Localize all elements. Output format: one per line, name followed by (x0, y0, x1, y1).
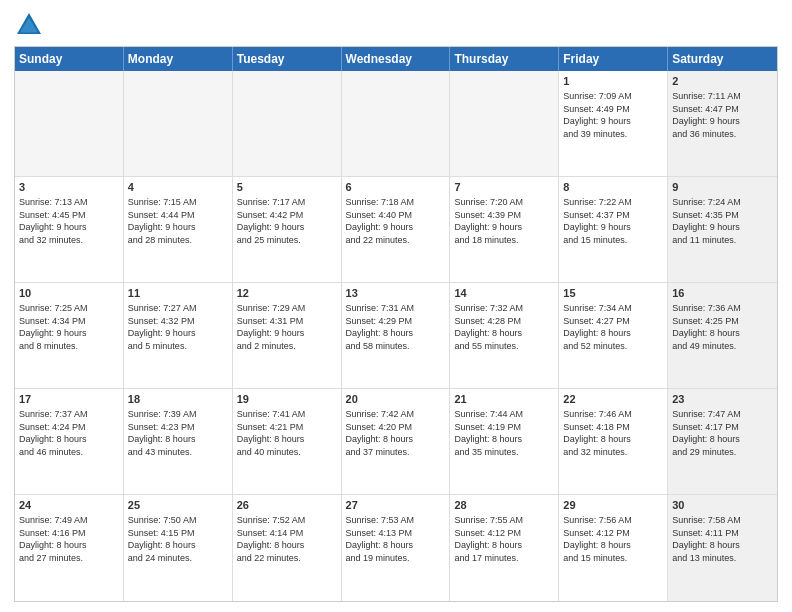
day-info: Sunrise: 7:20 AM Sunset: 4:39 PM Dayligh… (454, 197, 523, 245)
calendar-cell: 29Sunrise: 7:56 AM Sunset: 4:12 PM Dayli… (559, 495, 668, 601)
day-number: 15 (563, 286, 663, 301)
calendar-cell: 2Sunrise: 7:11 AM Sunset: 4:47 PM Daylig… (668, 71, 777, 176)
calendar-row-2: 10Sunrise: 7:25 AM Sunset: 4:34 PM Dayli… (15, 283, 777, 389)
calendar-cell (233, 71, 342, 176)
calendar-header: SundayMondayTuesdayWednesdayThursdayFrid… (15, 47, 777, 71)
day-info: Sunrise: 7:13 AM Sunset: 4:45 PM Dayligh… (19, 197, 88, 245)
calendar-cell (450, 71, 559, 176)
calendar-cell (124, 71, 233, 176)
day-info: Sunrise: 7:29 AM Sunset: 4:31 PM Dayligh… (237, 303, 306, 351)
day-number: 8 (563, 180, 663, 195)
logo (14, 10, 46, 40)
day-info: Sunrise: 7:52 AM Sunset: 4:14 PM Dayligh… (237, 515, 306, 563)
calendar-cell: 23Sunrise: 7:47 AM Sunset: 4:17 PM Dayli… (668, 389, 777, 494)
day-info: Sunrise: 7:25 AM Sunset: 4:34 PM Dayligh… (19, 303, 88, 351)
day-number: 20 (346, 392, 446, 407)
calendar-cell: 22Sunrise: 7:46 AM Sunset: 4:18 PM Dayli… (559, 389, 668, 494)
day-info: Sunrise: 7:53 AM Sunset: 4:13 PM Dayligh… (346, 515, 415, 563)
calendar-cell: 9Sunrise: 7:24 AM Sunset: 4:35 PM Daylig… (668, 177, 777, 282)
day-number: 19 (237, 392, 337, 407)
calendar-cell: 27Sunrise: 7:53 AM Sunset: 4:13 PM Dayli… (342, 495, 451, 601)
header (14, 10, 778, 40)
header-day-wednesday: Wednesday (342, 47, 451, 71)
day-info: Sunrise: 7:22 AM Sunset: 4:37 PM Dayligh… (563, 197, 632, 245)
day-info: Sunrise: 7:42 AM Sunset: 4:20 PM Dayligh… (346, 409, 415, 457)
day-number: 23 (672, 392, 773, 407)
calendar-cell: 6Sunrise: 7:18 AM Sunset: 4:40 PM Daylig… (342, 177, 451, 282)
day-number: 1 (563, 74, 663, 89)
day-number: 9 (672, 180, 773, 195)
day-info: Sunrise: 7:32 AM Sunset: 4:28 PM Dayligh… (454, 303, 523, 351)
page: SundayMondayTuesdayWednesdayThursdayFrid… (0, 0, 792, 612)
day-number: 10 (19, 286, 119, 301)
calendar-cell: 15Sunrise: 7:34 AM Sunset: 4:27 PM Dayli… (559, 283, 668, 388)
calendar-row-1: 3Sunrise: 7:13 AM Sunset: 4:45 PM Daylig… (15, 177, 777, 283)
header-day-thursday: Thursday (450, 47, 559, 71)
day-info: Sunrise: 7:34 AM Sunset: 4:27 PM Dayligh… (563, 303, 632, 351)
day-info: Sunrise: 7:24 AM Sunset: 4:35 PM Dayligh… (672, 197, 741, 245)
day-number: 6 (346, 180, 446, 195)
day-number: 5 (237, 180, 337, 195)
day-info: Sunrise: 7:27 AM Sunset: 4:32 PM Dayligh… (128, 303, 197, 351)
calendar: SundayMondayTuesdayWednesdayThursdayFrid… (14, 46, 778, 602)
calendar-cell: 30Sunrise: 7:58 AM Sunset: 4:11 PM Dayli… (668, 495, 777, 601)
calendar-cell: 8Sunrise: 7:22 AM Sunset: 4:37 PM Daylig… (559, 177, 668, 282)
day-info: Sunrise: 7:47 AM Sunset: 4:17 PM Dayligh… (672, 409, 741, 457)
calendar-cell: 26Sunrise: 7:52 AM Sunset: 4:14 PM Dayli… (233, 495, 342, 601)
day-info: Sunrise: 7:18 AM Sunset: 4:40 PM Dayligh… (346, 197, 415, 245)
header-day-saturday: Saturday (668, 47, 777, 71)
calendar-cell: 16Sunrise: 7:36 AM Sunset: 4:25 PM Dayli… (668, 283, 777, 388)
day-number: 17 (19, 392, 119, 407)
calendar-cell: 1Sunrise: 7:09 AM Sunset: 4:49 PM Daylig… (559, 71, 668, 176)
calendar-cell: 7Sunrise: 7:20 AM Sunset: 4:39 PM Daylig… (450, 177, 559, 282)
calendar-cell: 11Sunrise: 7:27 AM Sunset: 4:32 PM Dayli… (124, 283, 233, 388)
day-info: Sunrise: 7:11 AM Sunset: 4:47 PM Dayligh… (672, 91, 741, 139)
day-number: 28 (454, 498, 554, 513)
calendar-cell: 20Sunrise: 7:42 AM Sunset: 4:20 PM Dayli… (342, 389, 451, 494)
calendar-cell: 10Sunrise: 7:25 AM Sunset: 4:34 PM Dayli… (15, 283, 124, 388)
day-number: 4 (128, 180, 228, 195)
header-day-friday: Friday (559, 47, 668, 71)
day-number: 13 (346, 286, 446, 301)
day-number: 27 (346, 498, 446, 513)
calendar-cell: 5Sunrise: 7:17 AM Sunset: 4:42 PM Daylig… (233, 177, 342, 282)
calendar-row-0: 1Sunrise: 7:09 AM Sunset: 4:49 PM Daylig… (15, 71, 777, 177)
day-info: Sunrise: 7:46 AM Sunset: 4:18 PM Dayligh… (563, 409, 632, 457)
calendar-cell: 14Sunrise: 7:32 AM Sunset: 4:28 PM Dayli… (450, 283, 559, 388)
day-number: 18 (128, 392, 228, 407)
day-info: Sunrise: 7:36 AM Sunset: 4:25 PM Dayligh… (672, 303, 741, 351)
header-day-monday: Monday (124, 47, 233, 71)
day-number: 7 (454, 180, 554, 195)
day-number: 29 (563, 498, 663, 513)
calendar-cell (342, 71, 451, 176)
day-number: 12 (237, 286, 337, 301)
day-info: Sunrise: 7:56 AM Sunset: 4:12 PM Dayligh… (563, 515, 632, 563)
day-number: 16 (672, 286, 773, 301)
calendar-body: 1Sunrise: 7:09 AM Sunset: 4:49 PM Daylig… (15, 71, 777, 601)
day-info: Sunrise: 7:44 AM Sunset: 4:19 PM Dayligh… (454, 409, 523, 457)
day-number: 21 (454, 392, 554, 407)
day-number: 24 (19, 498, 119, 513)
header-day-sunday: Sunday (15, 47, 124, 71)
logo-icon (14, 10, 44, 40)
day-number: 30 (672, 498, 773, 513)
day-number: 26 (237, 498, 337, 513)
day-info: Sunrise: 7:49 AM Sunset: 4:16 PM Dayligh… (19, 515, 88, 563)
calendar-cell: 12Sunrise: 7:29 AM Sunset: 4:31 PM Dayli… (233, 283, 342, 388)
day-info: Sunrise: 7:15 AM Sunset: 4:44 PM Dayligh… (128, 197, 197, 245)
calendar-cell: 19Sunrise: 7:41 AM Sunset: 4:21 PM Dayli… (233, 389, 342, 494)
day-info: Sunrise: 7:17 AM Sunset: 4:42 PM Dayligh… (237, 197, 306, 245)
day-number: 11 (128, 286, 228, 301)
day-info: Sunrise: 7:58 AM Sunset: 4:11 PM Dayligh… (672, 515, 741, 563)
day-number: 3 (19, 180, 119, 195)
day-info: Sunrise: 7:50 AM Sunset: 4:15 PM Dayligh… (128, 515, 197, 563)
day-info: Sunrise: 7:31 AM Sunset: 4:29 PM Dayligh… (346, 303, 415, 351)
day-number: 25 (128, 498, 228, 513)
calendar-cell: 13Sunrise: 7:31 AM Sunset: 4:29 PM Dayli… (342, 283, 451, 388)
calendar-cell: 28Sunrise: 7:55 AM Sunset: 4:12 PM Dayli… (450, 495, 559, 601)
day-number: 14 (454, 286, 554, 301)
calendar-cell: 17Sunrise: 7:37 AM Sunset: 4:24 PM Dayli… (15, 389, 124, 494)
day-info: Sunrise: 7:37 AM Sunset: 4:24 PM Dayligh… (19, 409, 88, 457)
day-info: Sunrise: 7:41 AM Sunset: 4:21 PM Dayligh… (237, 409, 306, 457)
calendar-cell: 21Sunrise: 7:44 AM Sunset: 4:19 PM Dayli… (450, 389, 559, 494)
